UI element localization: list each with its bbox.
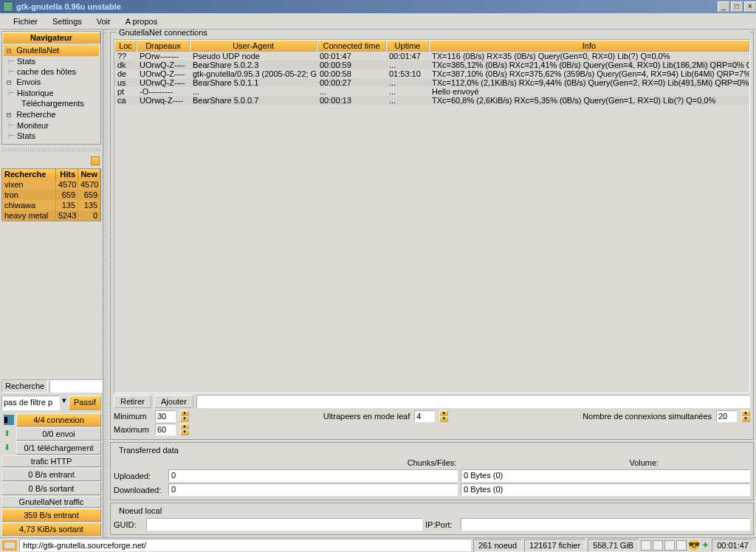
connections-frame: GnutellaNet connections Loc Drapeaux Use… (110, 32, 754, 440)
col-uptime[interactable]: Uptime (386, 40, 429, 52)
search-col-new[interactable]: New (78, 169, 100, 179)
download-icon: ⬇ (4, 443, 14, 453)
ultrapeers-input[interactable] (414, 410, 435, 422)
col-flags[interactable]: Drapeaux (137, 40, 190, 52)
connection-row[interactable]: usUOrwQ-Z----BearShare 5.0.1.100:00:27..… (114, 78, 749, 87)
simul-label: Nombre de connexions simultanées (583, 412, 712, 421)
connection-row[interactable]: pt-O---------.........Hello envoyé (114, 87, 749, 96)
col-user-agent[interactable]: User-Agent (190, 40, 317, 52)
menu-file[interactable]: Fichier (6, 15, 45, 28)
nav-uploads[interactable]: ⊟ Envois (4, 77, 99, 88)
add-host-input[interactable] (196, 395, 750, 408)
stat-http-title: trafic HTTP (1, 455, 101, 467)
smiley-icon: 😎 (688, 539, 700, 551)
filter-select[interactable]: pas de filtre p (1, 396, 60, 410)
col-info[interactable]: Info (429, 40, 749, 52)
nav-downloads[interactable]: Téléchargements (4, 98, 99, 109)
downloaded-volume: 0 Bytes (0) (461, 483, 750, 496)
status-url: http://gtk-gnutella.sourceforge.net/ (19, 539, 471, 551)
nav-search-stats[interactable]: Stats (4, 131, 99, 141)
minimize-button[interactable]: _ (718, 1, 729, 12)
sidebar: Navigateur ⊟ GnutellaNet Stats cache des… (0, 30, 103, 537)
simul-spinner[interactable]: ▲▼ (741, 410, 750, 422)
search-col-hits[interactable]: Hits (56, 169, 78, 179)
stat-http-out: 0 B/s sortant (1, 482, 101, 495)
max-input[interactable] (155, 424, 176, 435)
search-col-name[interactable]: Recherche (2, 169, 56, 179)
logo-icon (2, 540, 17, 551)
main-pane: GnutellaNet connections Loc Drapeaux Use… (108, 30, 756, 537)
connection-row[interactable]: caUOrwq-Z----BearShare 5.0.0.700:00:13..… (114, 96, 749, 105)
volume-header: Volume: (538, 457, 750, 469)
transfer-group: Transferred data Chunks/Files: Volume: U… (110, 442, 754, 500)
status-icon (676, 540, 687, 551)
filter-bar: pas de filtre p ▾ Passif (1, 396, 101, 410)
status-icon (653, 540, 663, 551)
filter-dropdown-button[interactable]: ▾ (62, 396, 66, 410)
search-row[interactable]: vixen45704570 (2, 179, 100, 190)
min-input[interactable] (155, 410, 176, 422)
nav-search-monitor[interactable]: Moniteur (4, 120, 99, 131)
window-titlebar: gtk-gnutella 0.96u unstable _ □ × (0, 0, 756, 13)
svg-rect-1 (4, 542, 15, 548)
downloaded-label: Downloaded: (114, 486, 165, 494)
menubar: Fichier Settings Voir A propos (0, 13, 756, 30)
passive-button[interactable]: Passif (69, 396, 101, 410)
guid-field (146, 518, 422, 531)
collapse-icon[interactable] (91, 156, 100, 165)
col-loc[interactable]: Loc (114, 40, 137, 52)
status-icon (641, 540, 651, 551)
connections-table: Loc Drapeaux User-Agent Connected time U… (114, 39, 750, 393)
menu-about[interactable]: A propos (118, 15, 165, 28)
stat-gnet-title: GnutellaNet traffic (1, 496, 101, 508)
upload-icon: ⬆ (4, 429, 14, 439)
stat-connections: 4/4 connexion (16, 413, 101, 427)
splitter-horizontal[interactable] (1, 148, 101, 152)
menu-settings[interactable]: Settings (45, 15, 89, 28)
maximize-button[interactable]: □ (731, 1, 743, 12)
nav-uploads-history[interactable]: Historique (4, 88, 99, 98)
status-files: 121617 fichier (524, 539, 585, 552)
col-connected-time[interactable]: Connected time (317, 40, 386, 52)
ipport-field (461, 518, 750, 531)
side-stats: ▮4/4 connexion ⬆0/0 envoi ⬇0/1 télécharg… (1, 413, 101, 536)
search-row[interactable]: heavy metal52430 (2, 210, 100, 221)
status-clock: 00:01:47 (712, 539, 754, 552)
search-row[interactable]: chiwawa135135 (2, 200, 100, 210)
add-button[interactable]: Ajouter (154, 395, 193, 408)
search-input[interactable] (49, 379, 103, 393)
ipport-label: IP:Port: (425, 520, 458, 529)
status-size: 558,71 GiB (588, 539, 639, 552)
stat-http-in: 0 B/s entrant (1, 468, 101, 481)
downloaded-chunks: 0 (168, 483, 458, 496)
connection-row[interactable]: deUOrwQ-Z----gtk-gnutella/0.95.3 (2005-0… (114, 69, 749, 78)
menu-view[interactable]: Voir (89, 15, 118, 28)
connections-title: GnutellaNet connections (117, 30, 750, 37)
nav-gnutellanet[interactable]: ⊟ GnutellaNet (4, 45, 99, 56)
stat-gnet-in: 359 B/s entrant (1, 508, 101, 522)
app-icon (3, 1, 13, 12)
uploaded-volume: 0 Bytes (0) (461, 469, 750, 482)
search-row[interactable]: tron659659 (2, 190, 100, 200)
local-node-group: Noeud local GUID: IP:Port: (110, 503, 754, 535)
nav-search[interactable]: ⊟ Recherche (4, 109, 99, 120)
min-spinner[interactable]: ▲▼ (180, 410, 189, 422)
ultrapeers-label: Ultrapeers en mode leaf (323, 412, 410, 421)
stat-gnet-out: 4,73 KiB/s sortant (1, 522, 101, 536)
max-label: Maximum (114, 425, 151, 434)
simul-input[interactable] (716, 410, 737, 422)
nav-gnet-cache[interactable]: cache des hôtes (4, 66, 99, 77)
min-label: Minimum (114, 412, 151, 421)
search-label: Recherche (1, 379, 48, 393)
connection-row[interactable]: dkUOrwQ-Z----BearShare 5.0.2.300:00:59..… (114, 61, 749, 69)
connection-row[interactable]: ??POrw-------Pseudo UDP node00:01:4700:0… (114, 52, 749, 61)
close-button[interactable]: × (744, 1, 756, 12)
ultrapeers-spinner[interactable]: ▲▼ (439, 410, 448, 422)
nav-gnet-stats[interactable]: Stats (4, 56, 99, 66)
max-spinner[interactable]: ▲▼ (180, 424, 189, 435)
window-title: gtk-gnutella 0.96u unstable (16, 2, 716, 11)
star-icon: ✦ (701, 539, 709, 551)
status-nodes: 261 noeud (473, 539, 522, 552)
uploaded-label: Uploaded: (114, 472, 165, 480)
remove-button[interactable]: Retirer (114, 395, 151, 408)
